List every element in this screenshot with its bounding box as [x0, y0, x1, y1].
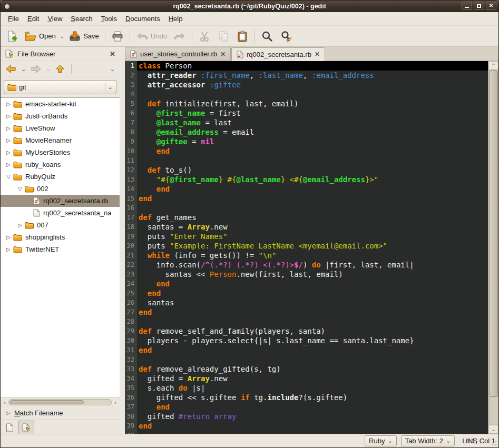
code-line[interactable]: 35 s.each do |s|: [125, 383, 488, 393]
code-line[interactable]: 10 end: [125, 146, 488, 156]
code-line[interactable]: 33def remove_already_gifted(s, tg): [125, 364, 488, 374]
code-line[interactable]: 8 @email_address = email: [125, 127, 488, 137]
code-line[interactable]: 37 end: [125, 402, 488, 412]
language-combo[interactable]: Ruby ⌄: [365, 435, 397, 446]
code-line[interactable]: 34 gifted = Array.new: [125, 374, 488, 383]
code-line[interactable]: 23 santas << Person.new(first, last, ema…: [125, 270, 488, 279]
pane-splitter[interactable]: [120, 47, 125, 434]
tree-item-justforbands[interactable]: ▷JustForBands: [1, 110, 120, 122]
document-tab-active[interactable]: rq002_secretsanta.rb✕: [231, 47, 325, 61]
expander-expanded-icon[interactable]: ▽: [4, 174, 13, 180]
tree-item-shoppinglists[interactable]: ▷shoppinglists: [1, 231, 120, 243]
code-line[interactable]: 3 attr_accessor :giftee: [125, 80, 488, 89]
close-button[interactable]: ✕: [486, 2, 496, 10]
expander-collapsed-icon[interactable]: ▷: [4, 234, 13, 240]
expander-collapsed-icon[interactable]: ▷: [4, 162, 13, 167]
code-view[interactable]: 1class Person2 attr_reader :first_name, …: [125, 61, 488, 434]
expander-collapsed-icon[interactable]: ▷: [4, 101, 13, 107]
code-line[interactable]: 17def get_names: [125, 213, 488, 222]
scroll-right-icon[interactable]: ›: [113, 399, 118, 405]
code-line[interactable]: 32: [125, 355, 488, 364]
print-button[interactable]: [109, 28, 126, 45]
code-line[interactable]: 11: [125, 156, 488, 165]
document-tab-inactive[interactable]: user_stories_controller.rb✕: [125, 47, 231, 61]
code-line[interactable]: 5 def initialize(first, last, email): [125, 99, 488, 108]
find-button[interactable]: [258, 28, 276, 45]
editor-vertical-scrollbar[interactable]: ⌃ ⌄: [488, 61, 498, 434]
location-combo[interactable]: git ⌄: [4, 80, 116, 94]
maximize-button[interactable]: [474, 2, 484, 10]
tree-item-ruby-koans[interactable]: ▷ruby_koans: [1, 158, 120, 171]
code-line[interactable]: 2 attr_reader :first_name, :last_name, :…: [125, 71, 488, 80]
back-button[interactable]: [4, 63, 18, 75]
scrollbar-thumb[interactable]: [10, 400, 84, 404]
tab-close-icon[interactable]: ✕: [220, 51, 226, 58]
expander-collapsed-icon[interactable]: ▷: [4, 137, 13, 143]
code-line[interactable]: 36 gifted << s.giftee if tg.include?(s.g…: [125, 393, 488, 402]
expander-collapsed-icon[interactable]: ▷: [4, 246, 13, 252]
menu-edit[interactable]: Edit: [23, 13, 43, 25]
file-browser-panel-tab[interactable]: [18, 421, 34, 434]
code-line[interactable]: 26 santas: [125, 298, 488, 307]
code-line[interactable]: 38 gifted #return array: [125, 412, 488, 421]
scroll-up-icon[interactable]: ⌃: [488, 61, 498, 70]
scrollbar-track[interactable]: [8, 399, 112, 405]
forward-button[interactable]: [28, 63, 43, 75]
scrollbar-thumb[interactable]: [489, 71, 498, 397]
tree-item-emacs-starter-kit[interactable]: ▷emacs-starter-kit: [1, 98, 120, 110]
save-button[interactable]: Save: [66, 28, 102, 45]
title-bar[interactable]: rq002_secretsanta.rb (~/git/RubyQuiz/002…: [1, 1, 498, 12]
minimize-button[interactable]: [462, 2, 472, 10]
expander-collapsed-icon[interactable]: ▷: [15, 222, 25, 228]
scrollbar-track[interactable]: [488, 70, 498, 425]
tree-item-rq002-secretsanta-na[interactable]: rq002_secretsanta_na: [1, 207, 120, 219]
code-line[interactable]: 6 @first_name = first: [125, 108, 488, 118]
open-dropdown-chevron-icon[interactable]: ⌄: [60, 33, 65, 39]
menu-view[interactable]: View: [43, 13, 66, 25]
tab-close-icon[interactable]: ✕: [315, 51, 320, 58]
code-line[interactable]: 27end: [125, 307, 488, 317]
code-line[interactable]: 19 puts "Enter Names": [125, 232, 488, 241]
scroll-down-icon[interactable]: ⌄: [488, 425, 498, 434]
expander-expanded-icon[interactable]: ▽: [15, 186, 25, 192]
new-button[interactable]: [3, 28, 21, 45]
tree-item-liveshow[interactable]: ▷LiveShow: [1, 122, 120, 134]
menu-file[interactable]: File: [4, 13, 23, 25]
match-filename-expander[interactable]: ▷ Match Filename: [1, 406, 120, 419]
tree-item-twitternet[interactable]: ▷TwitterNET: [1, 243, 120, 255]
tree-item-rq002-secretsanta-rb[interactable]: rq002_secretsanta.rb: [1, 195, 120, 207]
code-line[interactable]: 31end: [125, 345, 488, 355]
code-line[interactable]: 16: [125, 203, 488, 213]
expander-collapsed-icon[interactable]: ▷: [4, 113, 13, 119]
code-line[interactable]: 24 end: [125, 279, 488, 288]
tree-horizontal-scrollbar[interactable]: ‹ ›: [1, 397, 120, 406]
code-line[interactable]: 15end: [125, 194, 488, 203]
code-line[interactable]: 13 "#{@first_name} #{@last_name} <#{@ema…: [125, 175, 488, 184]
documents-panel-tab[interactable]: [2, 421, 17, 434]
code-line[interactable]: 1class Person: [125, 61, 488, 71]
menu-help[interactable]: Help: [164, 13, 187, 25]
tree-item-movierenamer[interactable]: ▷MovieRenamer: [1, 134, 120, 146]
code-line[interactable]: 7 @last_name = last: [125, 118, 488, 127]
nav-overflow-chevron-icon[interactable]: ⌄: [109, 65, 116, 74]
tree-item-002[interactable]: ▽002: [1, 183, 120, 195]
scroll-left-icon[interactable]: ‹: [2, 399, 7, 405]
code-line[interactable]: 9 @giftee = nil: [125, 137, 488, 146]
code-line[interactable]: 25 end: [125, 288, 488, 298]
paste-button[interactable]: [233, 28, 251, 45]
back-history-chevron-icon[interactable]: ⌄: [19, 65, 27, 74]
code-line[interactable]: 4: [125, 89, 488, 99]
menu-search[interactable]: Search: [66, 13, 96, 25]
code-line[interactable]: 29def remove_self_and_family(players, sa…: [125, 326, 488, 336]
code-line[interactable]: 12 def to_s(): [125, 165, 488, 175]
code-line[interactable]: 22 info.scan(/^(.*?) (.*?) <(.*?)>$/) do…: [125, 260, 488, 270]
expander-collapsed-icon[interactable]: ▷: [4, 125, 13, 131]
code-line[interactable]: 14 end: [125, 184, 488, 194]
expander-collapsed-icon[interactable]: ▷: [4, 150, 13, 155]
menu-tools[interactable]: Tools: [97, 13, 121, 25]
tree-item-007[interactable]: ▷007: [1, 219, 120, 231]
code-line[interactable]: 28: [125, 317, 488, 326]
panel-close-icon[interactable]: ✕: [110, 50, 115, 58]
tab-width-combo[interactable]: Tab Width: 2 ⌄: [401, 435, 455, 446]
resize-grip[interactable]: [491, 440, 497, 446]
